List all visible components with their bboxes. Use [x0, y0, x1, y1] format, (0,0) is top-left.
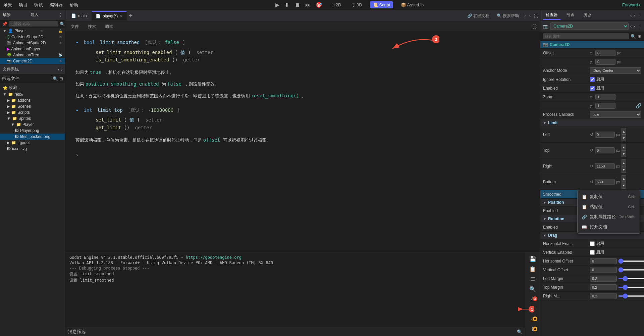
save-icon-button[interactable]: 💾 — [527, 255, 538, 262]
menu-editor[interactable]: 编辑器 — [50, 2, 63, 8]
nav-prev-icon[interactable]: ‹ — [58, 67, 59, 72]
file-sort-icon[interactable]: ⊞ — [59, 76, 63, 81]
engine-url[interactable]: https://godotengine.org — [186, 255, 241, 260]
limit-top-input[interactable] — [595, 147, 615, 153]
file-search-icon[interactable]: 🔍 — [53, 76, 58, 81]
filter-search-icon[interactable]: 🔍 — [631, 34, 636, 39]
filter-icon[interactable]: 🔍 — [60, 21, 65, 27]
online-docs-button[interactable]: 🔗 在线文档 — [465, 12, 491, 19]
ctx-paste-value[interactable]: 📋 粘贴值 Ctrl+ — [578, 202, 640, 212]
camera2d-eye[interactable]: 👁 — [59, 59, 62, 63]
int-desc-link[interactable]: offset — [203, 137, 220, 143]
limit-right-down[interactable]: ▼ — [622, 166, 626, 173]
limit-right-up[interactable]: ▲ — [622, 159, 626, 166]
tree-item-collision[interactable]: ⬡ CollisionShape2D 👁 — [0, 34, 65, 40]
menu-help[interactable]: 帮助 — [69, 2, 78, 8]
process-callback-dropdown[interactable]: Idle — [590, 111, 641, 118]
filesystem-header[interactable]: 文件系统 ‹ › — [0, 64, 65, 74]
property-filter-input[interactable] — [543, 33, 629, 39]
tree-item-camera2d[interactable]: 📷 Camera2D 👁 — [0, 58, 65, 64]
tree-item-player[interactable]: ▼ 👤 Player 👁 🔒 — [0, 28, 65, 34]
mode-script-button[interactable]: 📜 Script — [370, 1, 393, 8]
limit-bottom-down[interactable]: ▼ — [622, 182, 626, 189]
left-margin-slider[interactable] — [618, 278, 644, 279]
scenes-item[interactable]: ▶📁 Scenes — [0, 103, 65, 109]
expand-icon[interactable]: ⛶ — [534, 13, 538, 18]
ctx-copy-value[interactable]: 📋 复制值 Ctrl+ — [578, 192, 640, 202]
limit-left-input[interactable] — [595, 132, 615, 138]
step-button[interactable]: ⏭ — [304, 1, 312, 9]
pause-button[interactable]: ⏸ — [283, 1, 291, 9]
tab-nodes[interactable]: 节点 — [564, 11, 577, 19]
file-menu-button[interactable]: 文件 — [69, 23, 81, 30]
limit-left-reset[interactable]: ↺ — [590, 132, 593, 137]
limit-top-reset[interactable]: ↺ — [590, 148, 593, 153]
right-margin-input[interactable] — [590, 293, 617, 299]
h-offset-input[interactable] — [590, 258, 617, 264]
chevron-icon[interactable]: › — [75, 152, 79, 158]
v-enabled-checkbox[interactable] — [590, 250, 595, 255]
message-search-icon[interactable]: 🔍 — [517, 329, 522, 334]
list-icon-button[interactable]: ☰ — [527, 275, 538, 283]
close-icon-button[interactable]: ✕ 1 — [527, 306, 538, 313]
top-margin-slider[interactable] — [618, 287, 644, 288]
menu-project[interactable]: 项目 — [19, 2, 28, 8]
copy-icon-button[interactable]: 📋 — [527, 265, 538, 273]
anchor-mode-dropdown[interactable]: Drag Center — [590, 67, 641, 74]
tree-item-anim-tree[interactable]: 🌳 AnimationTree 📡 — [0, 52, 65, 58]
tree-item-anim-sprite[interactable]: 🎬 AnimatedSprite2D 👁 — [0, 40, 65, 46]
mode-2d-button[interactable]: □ 2D — [329, 1, 344, 8]
offset-y-input[interactable] — [595, 59, 615, 65]
icon-svg-item[interactable]: 🖼 icon.svg — [0, 146, 65, 152]
sidebar-nav-prev[interactable]: ‹ — [630, 13, 632, 18]
ctx-open-docs[interactable]: 📖 打开文档 — [578, 222, 640, 232]
search-help-button[interactable]: 🔍 搜索帮助 — [495, 12, 521, 19]
tiles-packed-item[interactable]: 🖼 tiles_packed.png — [0, 134, 65, 140]
addons-item[interactable]: ▶📁 addons — [0, 97, 65, 103]
tab-player[interactable]: 📄 player(*) × — [92, 11, 127, 20]
stop-button[interactable]: ⏹ — [293, 1, 302, 9]
zoom-x-input[interactable] — [595, 94, 615, 100]
search-menu-button[interactable]: 搜索 — [86, 23, 98, 30]
ctx-copy-path[interactable]: 🔗 复制属性路径 Ctrl+Shift+ — [578, 212, 640, 222]
v-offset-slider[interactable] — [618, 269, 644, 271]
scene-import-label[interactable]: 导入 — [31, 12, 39, 18]
search-icon-button[interactable]: 🔍 — [527, 285, 538, 293]
top-margin-input[interactable] — [590, 284, 617, 290]
limit-left-down[interactable]: ▼ — [622, 135, 626, 141]
player-folder-item[interactable]: ▼📁 Player — [0, 122, 65, 128]
new-tab-button[interactable]: + — [127, 12, 135, 19]
scripts-item[interactable]: ▶📁 Scripts — [0, 109, 65, 115]
limit-right-input[interactable] — [595, 163, 615, 169]
tab-history[interactable]: 历史 — [581, 11, 594, 19]
h-enabled-checkbox[interactable] — [590, 241, 595, 246]
debug-menu-button[interactable]: 调试 — [103, 23, 115, 30]
filter-options-icon[interactable]: ⊞ — [638, 34, 641, 39]
mode-3d-button[interactable]: ⬡ 3D — [349, 1, 365, 8]
limit-right-reset[interactable]: ↺ — [590, 164, 593, 169]
node-type-dropdown[interactable]: Camera2D — [550, 22, 629, 30]
nav-next-icon[interactable]: › — [61, 67, 62, 72]
limit-left-up[interactable]: ▲ — [622, 128, 626, 135]
tab-inspector[interactable]: 检查器 — [543, 11, 560, 20]
menu-scene[interactable]: 场景 — [3, 2, 12, 8]
limit-bottom-input[interactable] — [595, 179, 615, 185]
godot-folder-item[interactable]: ▶📁 _godot — [0, 140, 65, 146]
tab-main[interactable]: 📄 main — [67, 11, 91, 20]
desc-link-2[interactable]: reset_smoothing() — [251, 93, 299, 98]
fullscreen-icon[interactable]: ⛶ — [532, 24, 537, 29]
left-margin-input[interactable] — [590, 276, 617, 282]
inspector-menu[interactable]: ⋮ — [637, 23, 641, 29]
scene-filter-input[interactable] — [9, 21, 58, 27]
nav-right-icon[interactable]: › — [529, 13, 531, 18]
scene-menu-icon[interactable]: ⋮ — [58, 13, 62, 17]
menu-debug[interactable]: 调试 — [34, 2, 43, 8]
collision-eye[interactable]: 👁 — [59, 35, 62, 39]
sidebar-menu[interactable]: ⋮ — [637, 13, 641, 18]
nav-left-icon[interactable]: ‹ — [524, 13, 526, 18]
sprites-item[interactable]: ▼📁 Sprites — [0, 115, 65, 122]
anim-sprite-eye[interactable]: 👁 — [59, 41, 62, 45]
limit-section-header[interactable]: ▼ Limit — [540, 119, 644, 127]
player-png-item[interactable]: 🖼 Player.png — [0, 128, 65, 134]
inspector-next[interactable]: › — [633, 23, 635, 29]
